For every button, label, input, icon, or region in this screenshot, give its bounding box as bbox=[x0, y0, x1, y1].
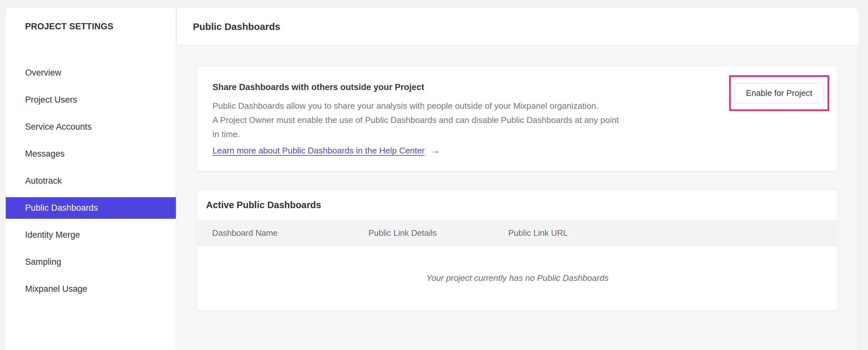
sidebar-item-label: Mixpanel Usage bbox=[25, 284, 88, 294]
sidebar-item-public-dashboards[interactable]: Public Dashboards bbox=[6, 197, 176, 219]
project-settings-page: PROJECT SETTINGS Overview Project Users … bbox=[0, 0, 868, 350]
description-line: A Project Owner must enable the use of P… bbox=[213, 113, 838, 127]
sidebar-item-mixpanel-usage[interactable]: Mixpanel Usage bbox=[6, 278, 176, 300]
sidebar-item-label: Messages bbox=[25, 149, 65, 159]
main-header: Public Dashboards bbox=[177, 7, 859, 46]
sidebar-item-label: Public Dashboards bbox=[25, 203, 98, 213]
sidebar-item-overview[interactable]: Overview bbox=[6, 62, 176, 84]
sidebar-item-label: Service Accounts bbox=[25, 122, 92, 132]
column-header-public-link-url: Public Link URL bbox=[508, 228, 838, 238]
empty-state-message: Your project currently has no Public Das… bbox=[197, 246, 838, 311]
sidebar-item-identity-merge[interactable]: Identity Merge bbox=[6, 224, 176, 246]
sidebar-item-label: Identity Merge bbox=[25, 230, 80, 240]
column-header-public-link-details: Public Link Details bbox=[368, 228, 508, 238]
sidebar-item-label: Overview bbox=[25, 68, 61, 78]
sidebar-item-label: Sampling bbox=[25, 257, 61, 267]
sidebar-item-messages[interactable]: Messages bbox=[6, 143, 176, 165]
sidebar-item-label: Autotrack bbox=[25, 176, 62, 186]
annotation-highlight-box: Enable for Project bbox=[729, 75, 829, 111]
sidebar-nav: Overview Project Users Service Accounts … bbox=[6, 62, 176, 305]
sidebar-item-label: Project Users bbox=[25, 95, 77, 105]
sidebar-item-project-users[interactable]: Project Users bbox=[6, 89, 176, 111]
sidebar-title: PROJECT SETTINGS bbox=[25, 22, 176, 31]
description-line: in time. bbox=[213, 127, 838, 141]
column-header-dashboard-name: Dashboard Name bbox=[197, 228, 368, 238]
help-center-link-row: Learn more about Public Dashboards in th… bbox=[213, 146, 838, 156]
help-center-link[interactable]: Learn more about Public Dashboards in th… bbox=[213, 146, 425, 156]
active-card-title: Active Public Dashboards bbox=[206, 200, 321, 210]
dashboards-table-header: Dashboard Name Public Link Details Publi… bbox=[197, 221, 838, 246]
arrow-right-icon: → bbox=[431, 146, 440, 156]
sidebar-item-service-accounts[interactable]: Service Accounts bbox=[6, 116, 176, 138]
share-dashboards-card: Share Dashboards with others outside you… bbox=[197, 66, 838, 171]
active-card-title-row: Active Public Dashboards bbox=[197, 190, 838, 221]
main-content: Share Dashboards with others outside you… bbox=[177, 46, 859, 350]
active-public-dashboards-card: Active Public Dashboards Dashboard Name … bbox=[197, 189, 838, 311]
project-settings-sidebar: PROJECT SETTINGS Overview Project Users … bbox=[5, 7, 176, 350]
sidebar-item-sampling[interactable]: Sampling bbox=[6, 251, 176, 273]
enable-for-project-button[interactable]: Enable for Project bbox=[735, 83, 824, 103]
page-title: Public Dashboards bbox=[193, 21, 280, 32]
sidebar-item-autotrack[interactable]: Autotrack bbox=[6, 170, 176, 192]
